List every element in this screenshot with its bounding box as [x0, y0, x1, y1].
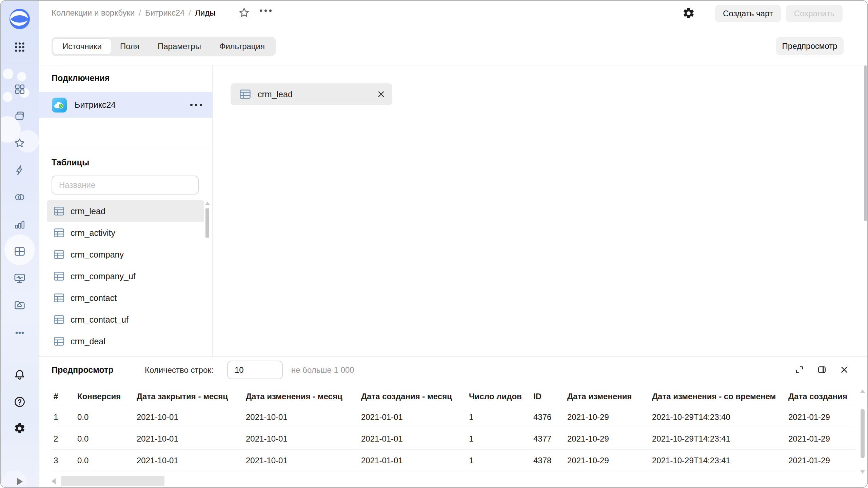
table-cell: 1	[52, 412, 75, 422]
datalens-logo-icon[interactable]	[1, 7, 39, 30]
connection-more-icon[interactable]	[190, 104, 202, 106]
favorite-star-icon[interactable]	[238, 7, 250, 20]
selected-table-chip[interactable]: crm_lead	[231, 83, 392, 105]
scrollbar-thumb[interactable]	[205, 208, 209, 238]
connections-lightning-icon[interactable]	[1, 164, 39, 177]
table-name: crm_lead	[71, 206, 105, 216]
column-header[interactable]: ID	[531, 392, 565, 401]
hscrollbar-thumb[interactable]	[61, 476, 164, 486]
scroll-up-icon[interactable]	[860, 389, 865, 393]
help-question-icon[interactable]	[1, 395, 39, 408]
save-button[interactable]: Сохранить	[786, 5, 843, 22]
table-cell: 2021-10-29T14:23:40	[650, 412, 786, 422]
table-cell: 2021-10-29	[565, 456, 650, 465]
table-cell: 2021-01-29	[786, 412, 855, 422]
collapse-play-icon[interactable]	[1, 477, 39, 486]
close-preview-icon[interactable]	[840, 365, 849, 374]
expand-icon[interactable]	[795, 365, 804, 374]
column-header[interactable]: Дата изменения - со временем	[650, 392, 786, 401]
collections-folders-icon[interactable]	[1, 109, 39, 122]
preview-table: #КонверсияДата закрытия - месяцДата изме…	[52, 387, 855, 471]
tab[interactable]: Параметры	[149, 39, 210, 54]
dashboard-squares-icon[interactable]	[1, 83, 39, 96]
connections-title: Подключения	[52, 73, 110, 83]
table-cell: 2021-01-01	[359, 456, 467, 465]
settings-gear-icon[interactable]	[1, 422, 39, 435]
table-cell: 0.0	[75, 456, 135, 465]
table-cell: 4376	[531, 412, 565, 422]
tab[interactable]: Поля	[111, 39, 149, 54]
favorites-star-icon[interactable]	[1, 137, 39, 149]
table-cell: 0.0	[75, 434, 135, 444]
table-list-item[interactable]: crm_contact_uf	[47, 309, 204, 330]
tables-list: crm_lead crm_activity crm_company	[47, 200, 204, 352]
tab[interactable]: Фильтрация	[210, 39, 274, 54]
table-row: 20.02021-10-012021-10-012021-01-01143772…	[52, 428, 855, 450]
storage-folder-cloud-icon[interactable]	[1, 299, 39, 311]
table-list-item[interactable]: crm_activity	[47, 222, 204, 244]
preview-table-head: #КонверсияДата закрытия - месяцДата изме…	[52, 387, 855, 406]
table-list-item[interactable]: crm_lead	[47, 200, 204, 222]
sidebar-decor	[1, 1, 39, 487]
column-header[interactable]: Дата закрытия - месяц	[135, 392, 244, 401]
dataset-settings-gear-icon[interactable]	[682, 7, 695, 21]
page-scrollbar-thumb[interactable]	[864, 65, 867, 221]
column-header[interactable]: Дата создания	[786, 392, 855, 401]
column-header[interactable]: Число лидов	[467, 392, 531, 401]
tab[interactable]: Источники	[53, 39, 111, 54]
datasets-circles-icon[interactable]	[1, 191, 39, 204]
monitoring-screen-icon[interactable]	[1, 271, 39, 285]
preview-toggle-button[interactable]: Предпросмотр	[776, 37, 844, 55]
create-chart-button[interactable]: Создать чарт	[715, 5, 781, 22]
apps-grid-icon[interactable]	[1, 40, 39, 54]
more-ellipsis-icon[interactable]	[1, 327, 39, 339]
preview-hscrollbar[interactable]	[52, 476, 855, 486]
table-cell: 1	[467, 434, 531, 444]
row-count-hint: не больше 1 000	[291, 365, 354, 375]
table-name: crm_contact_uf	[71, 315, 129, 325]
preview-panel-controls	[795, 365, 849, 374]
table-cell: 2021-01-01	[359, 434, 467, 444]
preview-vscrollbar[interactable]	[860, 389, 865, 474]
table-list-item[interactable]: crm_contact	[47, 287, 204, 309]
sources-left-panel: Подключения	[39, 65, 213, 357]
vscrollbar-thumb[interactable]	[861, 409, 865, 458]
notifications-bell-icon[interactable]	[1, 368, 39, 381]
table-list-item[interactable]: crm_company	[47, 244, 204, 265]
table-name: crm_contact	[71, 293, 117, 303]
column-header[interactable]: Дата изменения - месяц	[244, 392, 359, 401]
table-search-input[interactable]	[52, 176, 199, 195]
tables-grid-icon[interactable]	[1, 245, 39, 258]
row-count-input[interactable]	[227, 361, 283, 379]
scroll-up-icon[interactable]	[205, 202, 210, 205]
table-cell: 4378	[531, 456, 565, 465]
connection-item-bitrix24[interactable]: Битрикс24	[39, 92, 212, 118]
charts-bars-icon[interactable]	[1, 218, 39, 231]
table-cell: 2021-10-01	[244, 412, 359, 422]
table-list-item[interactable]: crm_company_uf	[47, 265, 204, 287]
table-cell: 4377	[531, 434, 565, 444]
sidebar-footer-divider	[1, 474, 39, 474]
table-cell: 1	[467, 456, 531, 465]
breadcrumb-separator: /	[189, 8, 191, 18]
column-header[interactable]: Дата создания - месяц	[359, 392, 467, 401]
preview-title: Предпросмотр	[52, 365, 114, 375]
sidebar	[1, 1, 39, 487]
preview-table-body: 10.02021-10-012021-10-012021-01-01143762…	[52, 406, 855, 471]
scroll-left-icon[interactable]	[52, 478, 56, 484]
table-list-item[interactable]: crm_deal	[47, 330, 204, 352]
table-cell: 2021-10-01	[135, 434, 244, 444]
column-header[interactable]: #	[52, 392, 75, 401]
sources-canvas: crm_lead	[213, 65, 867, 357]
table-row: 10.02021-10-012021-10-012021-01-01143762…	[52, 406, 855, 428]
table-cell: 1	[467, 412, 531, 422]
scroll-down-icon[interactable]	[860, 470, 865, 474]
more-actions-icon[interactable]	[260, 9, 272, 12]
column-header[interactable]: Конверсия	[75, 392, 135, 401]
table-name: crm_company_uf	[71, 271, 136, 281]
breadcrumb-workbook[interactable]: Битрикс24	[145, 8, 184, 18]
dock-right-icon[interactable]	[817, 365, 827, 374]
chip-close-icon[interactable]	[369, 90, 386, 99]
breadcrumb-collections[interactable]: Коллекции и воркбуки	[52, 8, 135, 18]
column-header[interactable]: Дата изменения	[565, 392, 650, 401]
